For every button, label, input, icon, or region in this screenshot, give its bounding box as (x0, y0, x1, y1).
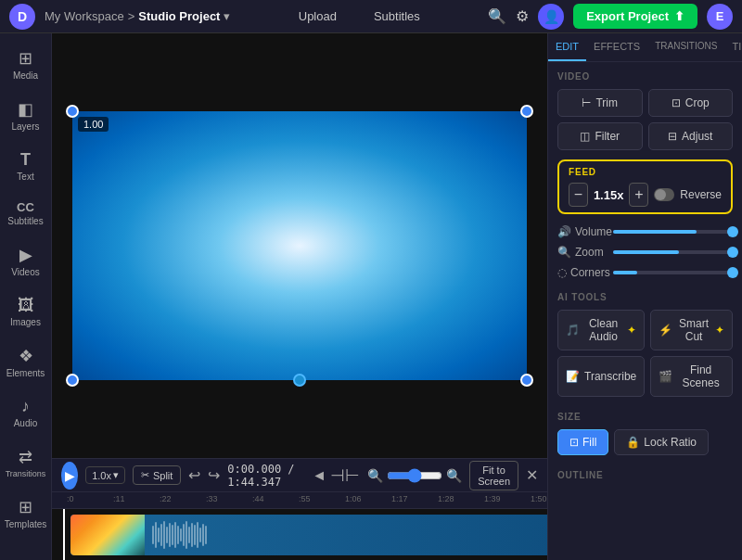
chevron-icon[interactable]: ▾ (224, 9, 230, 23)
tab-edit[interactable]: EDIT (548, 33, 586, 61)
zoom-out-button[interactable]: 🔍 (367, 468, 383, 483)
zoom-slider[interactable] (387, 468, 442, 483)
subtitles-icon: CC (17, 200, 34, 214)
corner-handle-bl[interactable] (66, 374, 79, 387)
export-label: Export Project (586, 9, 669, 23)
wave-bar (186, 521, 187, 549)
ai-buttons: 🎵 Clean Audio ✦ ⚡ Smart Cut ✦ 📝 Transcri… (557, 310, 733, 397)
ruler-mark-5: :55 (299, 494, 311, 503)
upload-button[interactable]: Upload (291, 6, 344, 27)
wave-bar (180, 528, 182, 541)
sidebar-item-media[interactable]: ⊞ Media (2, 41, 50, 88)
zoom-slider-track[interactable] (613, 250, 733, 254)
clean-audio-button[interactable]: 🎵 Clean Audio ✦ (557, 310, 645, 350)
audio-split-icon: ⊣⊢ (330, 465, 360, 486)
crop-button[interactable]: ⊡ Crop (648, 89, 734, 117)
workspace-link[interactable]: My Workspace (45, 9, 124, 23)
sidebar-item-transitions[interactable]: ⇄ Transitions (2, 439, 50, 486)
volume-slider[interactable] (613, 230, 733, 234)
transcribe-label: Transcribe (584, 370, 636, 383)
zoom-thumb[interactable] (727, 247, 738, 258)
sidebar-label-videos: Videos (11, 267, 39, 277)
project-name[interactable]: Studio Project (138, 9, 220, 23)
sidebar-item-images[interactable]: 🖼 Images (2, 288, 50, 335)
sidebar-item-subtitles[interactable]: CC Subtitles (2, 193, 50, 234)
find-scenes-icon: 🎬 (659, 370, 672, 383)
corner-handle-bc[interactable] (293, 374, 306, 387)
speed-selector[interactable]: 1.0x ▾ (85, 466, 125, 484)
topbar-center: Upload Subtitles (230, 6, 488, 27)
corners-row: ◌ Corners (548, 262, 742, 283)
undo-button[interactable]: ↩ (188, 466, 200, 484)
wave-bar (163, 521, 165, 549)
split-button[interactable]: ✂ Split (133, 465, 181, 485)
split-label: Split (153, 470, 173, 481)
sidebar-item-templates[interactable]: ⊞ Templates (2, 490, 50, 537)
size-section-label: SIZE (557, 412, 733, 422)
ruler-mark-2: :22 (160, 494, 172, 503)
sidebar-item-videos[interactable]: ▶ Videos (2, 237, 50, 285)
tab-timing[interactable]: TIMING (724, 33, 742, 61)
search-icon[interactable]: 🔍 (488, 7, 506, 25)
wave-bar (160, 524, 162, 546)
sidebar-item-layers[interactable]: ◧ Layers (2, 92, 50, 139)
sidebar-item-audio[interactable]: ♪ Audio (2, 389, 50, 436)
find-scenes-label: Find Scenes (677, 363, 724, 389)
templates-icon: ⊞ (19, 497, 32, 517)
trim-button[interactable]: ⊢ Trim (557, 89, 643, 117)
speed-increase-button[interactable]: + (629, 183, 648, 207)
corners-slider-track[interactable] (613, 271, 733, 274)
corner-handle-tl[interactable] (66, 105, 79, 118)
avatar-button[interactable]: E (707, 4, 733, 30)
find-scenes-button[interactable]: 🎬 Find Scenes (650, 356, 733, 397)
canvas-viewport: 1.00 (52, 33, 547, 458)
speed-display: 1.15x (594, 188, 624, 202)
canvas-frame: 1.00 (72, 111, 527, 380)
transitions-icon: ⇄ (19, 447, 32, 467)
fill-button[interactable]: ⊡ Fill (557, 429, 608, 455)
transcribe-button[interactable]: 📝 Transcribe (557, 356, 645, 397)
ai-tools-section: AI TOOLS 🎵 Clean Audio ✦ ⚡ Smart Cut ✦ 📝… (548, 283, 742, 402)
canvas-area: 1.00 ▶ 1.0x ▾ ✂ Split ↩ (52, 33, 547, 560)
sidebar-item-elements[interactable]: ❖ Elements (2, 338, 50, 386)
panel-tabs: EDIT EFFECTS TRANSITIONS TIMING (548, 33, 742, 62)
sidebar-item-text[interactable]: T Text (2, 143, 50, 189)
adjust-icon: ⊟ (668, 130, 677, 143)
zoom-row: 🔍 Zoom (548, 242, 742, 262)
corners-thumb[interactable] (727, 267, 738, 278)
zoom-in-button[interactable]: 🔍 (446, 468, 462, 483)
sidebar-label-audio: Audio (14, 418, 38, 428)
filter-button[interactable]: ◫ Filter (557, 122, 643, 150)
share-button[interactable]: 👤 (538, 4, 564, 30)
wave-bar (169, 523, 171, 547)
outline-section: OUTLINE (548, 461, 742, 493)
reverse-toggle[interactable] (654, 188, 674, 201)
speed-decrease-button[interactable]: − (569, 183, 588, 207)
subtitles-button[interactable]: Subtitles (366, 6, 428, 27)
corners-label: ◌ Corners (557, 266, 606, 279)
play-button[interactable]: ▶ (61, 462, 78, 490)
track-thumbnail (70, 515, 145, 555)
timeline: ▶ 1.0x ▾ ✂ Split ↩ ↪ 0:00.000 / 1:44.347… (52, 458, 547, 560)
sidebar-label-media: Media (13, 70, 38, 81)
volume-thumb[interactable] (727, 226, 738, 237)
track-clip[interactable] (70, 515, 547, 555)
tab-effects[interactable]: EFFECTS (586, 33, 647, 61)
adjust-button[interactable]: ⊟ Adjust (648, 122, 734, 150)
corners-icon: ◌ (557, 266, 567, 279)
playhead[interactable] (63, 509, 65, 560)
sidebar-label-templates: Templates (5, 519, 47, 529)
corner-handle-br[interactable] (520, 374, 533, 387)
fit-screen-button[interactable]: Fit to Screen (469, 461, 518, 490)
redo-button[interactable]: ↪ (208, 466, 220, 484)
export-button[interactable]: Export Project ⬆ (573, 4, 697, 29)
ruler-mark-4: :44 (252, 494, 264, 503)
tab-transitions[interactable]: TRANSITIONS (647, 33, 724, 61)
timeline-tracks (52, 509, 547, 560)
lock-ratio-button[interactable]: 🔒 Lock Ratio (614, 429, 709, 455)
corner-handle-tr[interactable] (520, 105, 533, 118)
settings-icon[interactable]: ⚙ (516, 7, 529, 25)
close-timeline-button[interactable]: ✕ (526, 466, 538, 484)
clean-audio-icon: 🎵 (566, 324, 580, 337)
smart-cut-button[interactable]: ⚡ Smart Cut ✦ (650, 310, 733, 350)
